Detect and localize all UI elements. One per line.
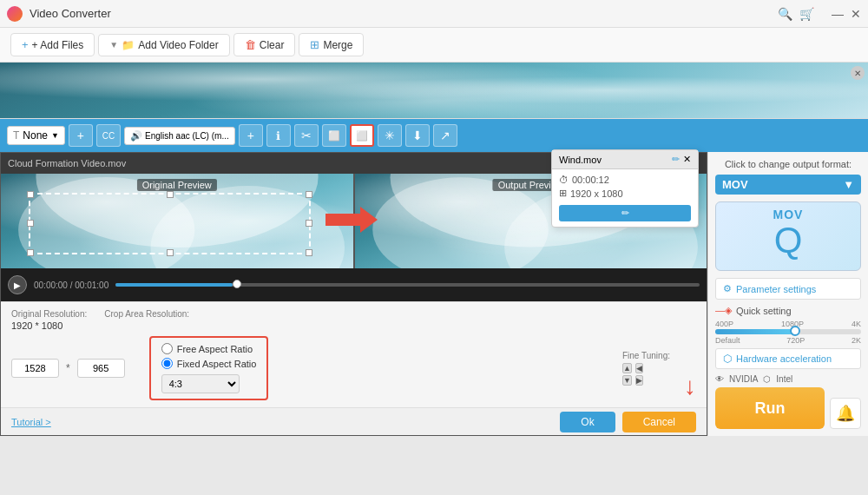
fine-arrow-vert: ▲ ▼ xyxy=(622,363,632,386)
ok-button[interactable]: Ok xyxy=(560,412,615,432)
content-area: Cloud Formation Video.mov ✕ Original Pre… xyxy=(0,152,868,436)
fine-up-btn[interactable]: ▲ xyxy=(622,363,632,373)
add-folder-button[interactable]: ▼ 📁 Add Video Folder xyxy=(98,34,229,56)
crop-input-row: * Free Aspect Ratio Fixed Aspect Ratio 4 xyxy=(11,336,696,400)
crop-height-input[interactable] xyxy=(77,359,125,378)
wind-close-icon[interactable]: ✕ xyxy=(683,154,691,165)
free-aspect-row[interactable]: Free Aspect Ratio xyxy=(161,343,257,354)
audio-add-button[interactable]: + xyxy=(239,124,263,147)
free-aspect-radio[interactable] xyxy=(161,343,173,354)
param-settings-button[interactable]: ⚙ Parameter settings xyxy=(715,278,861,300)
quality-slider[interactable] xyxy=(715,329,861,334)
tutorial-link[interactable]: Tutorial > xyxy=(11,417,51,427)
minimize-btn[interactable]: — xyxy=(832,7,844,21)
none-select[interactable]: T None ▼ xyxy=(7,126,65,145)
crop-handle-mr[interactable] xyxy=(306,220,312,227)
effects-button[interactable]: ✳ xyxy=(378,124,402,147)
merge-icon: ⊞ xyxy=(310,38,319,51)
param-settings-label: Parameter settings xyxy=(736,284,816,294)
crop-area-label: Crop Area Resolution: xyxy=(104,309,189,319)
add-files-button[interactable]: + + Add Files xyxy=(10,33,95,56)
wind-resolution: 1920 x 1080 xyxy=(570,188,623,199)
sub-toolbar: T None ▼ + CC 🔊 English aac (LC) (m... +… xyxy=(0,119,868,152)
window-controls: 🔍 🛒 — ✕ xyxy=(778,7,861,21)
fixed-aspect-row[interactable]: Fixed Aspect Ratio xyxy=(161,358,257,369)
ratio-box: Free Aspect Ratio Fixed Aspect Ratio 4:3… xyxy=(149,336,269,400)
folder-icon: 📁 xyxy=(122,39,135,51)
file-thumbnail xyxy=(7,67,68,115)
scissors-button[interactable]: ✂ xyxy=(294,124,319,147)
wind-edit-button[interactable]: ✏ xyxy=(559,205,691,221)
q2k-label: 2K xyxy=(852,336,861,345)
hw-accel-button[interactable]: ⬡ Hardware acceleration xyxy=(715,348,861,369)
watermark-button[interactable]: ⬇ xyxy=(405,124,430,147)
crop-handle-bl[interactable] xyxy=(27,249,34,256)
format-selector[interactable]: MOV ▼ xyxy=(715,175,861,195)
play-button[interactable]: ▶ xyxy=(8,275,27,294)
crop-handle-tm[interactable] xyxy=(167,191,174,198)
wind-controls: ✏ ✕ xyxy=(672,154,691,165)
wind-duration: 00:00:12 xyxy=(572,175,609,185)
q720p-label: 720P xyxy=(786,336,805,345)
quicktime-icon: Q xyxy=(774,220,803,261)
crop-handle-br[interactable] xyxy=(306,249,312,256)
crop-handle-bm[interactable] xyxy=(167,249,174,256)
q-default-label: Default xyxy=(715,336,740,345)
close-file-button[interactable]: ✕ xyxy=(851,66,865,80)
format-name: MOV xyxy=(722,178,748,191)
crop-handle-tl[interactable] xyxy=(27,191,34,198)
fine-tuning-area: Fine Tuning: ▲ ▼ ◀ ▶ xyxy=(622,351,670,386)
original-preview: Original Preview xyxy=(1,174,353,268)
fixed-aspect-radio[interactable] xyxy=(161,358,173,369)
progress-bar[interactable] xyxy=(115,283,700,287)
app-icon xyxy=(7,6,23,22)
wind-res-row: ⊞ 1920 x 1080 xyxy=(559,188,691,199)
volume-icon: 🔊 xyxy=(130,130,142,141)
fine-left-btn[interactable]: ◀ xyxy=(635,363,643,373)
dropdown-arrow: ▼ xyxy=(109,40,118,50)
wind-body: ⏱ 00:00:12 ⊞ 1920 x 1080 ✏ xyxy=(552,169,698,227)
quality-thumb[interactable] xyxy=(790,326,800,336)
clear-button[interactable]: 🗑 Clear xyxy=(233,33,296,56)
progress-thumb[interactable] xyxy=(233,280,241,288)
plus-icon: + xyxy=(22,38,29,51)
dropdown-icon: ▼ xyxy=(51,131,59,140)
intel-icon: ⬡ xyxy=(763,374,771,384)
editor-title: Cloud Formation Video.mov xyxy=(8,158,126,168)
info-button[interactable]: ℹ xyxy=(266,124,291,147)
audio-select[interactable]: 🔊 English aac (LC) (m... xyxy=(124,127,235,145)
wind-edit-icon[interactable]: ✏ xyxy=(672,154,680,165)
quality-fill xyxy=(715,329,795,334)
original-res-label: Original Resolution: xyxy=(11,309,87,319)
cart-icon[interactable]: 🛒 xyxy=(799,7,814,21)
settings-icon: ⚙ xyxy=(723,283,732,294)
merge-button[interactable]: ⊞ Merge xyxy=(299,33,364,56)
crop-handle-tr[interactable] xyxy=(306,191,312,198)
quick-setting-text: Quick setting xyxy=(736,306,792,316)
audio-label: English aac (LC) (m... xyxy=(145,131,229,141)
fixed-aspect-label: Fixed Aspect Ratio xyxy=(177,359,257,369)
hw-accel-label: Hardware acceleration xyxy=(736,353,832,364)
ratio-select[interactable]: 4:3 16:9 1:1 xyxy=(161,374,240,393)
crop-overlay[interactable] xyxy=(29,193,310,254)
crop-button[interactable]: ⬜ xyxy=(322,124,346,147)
add-text-button[interactable]: + xyxy=(69,124,93,147)
add-folder-label: Add Video Folder xyxy=(138,39,219,51)
wind-title: Wind.mov xyxy=(559,155,602,165)
title-bar: Video Converter 🔍 🛒 — ✕ xyxy=(0,0,868,28)
run-button[interactable]: Run xyxy=(715,387,825,429)
merge-label: Merge xyxy=(323,39,352,51)
crop-handle-ml[interactable] xyxy=(27,220,34,227)
cc-button[interactable]: CC xyxy=(96,124,121,147)
fine-down-btn[interactable]: ▼ xyxy=(622,375,632,386)
original-res-value: 1920 * 1080 xyxy=(11,320,87,331)
alarm-button[interactable]: 🔔 xyxy=(830,398,861,429)
fine-right-btn[interactable]: ▶ xyxy=(635,375,643,386)
free-aspect-label: Free Aspect Ratio xyxy=(177,344,253,354)
close-btn[interactable]: ✕ xyxy=(851,7,861,21)
subtitle-button[interactable]: ↗ xyxy=(433,124,457,147)
crop-width-input[interactable] xyxy=(11,359,59,378)
crop-active-button[interactable]: ⬜ xyxy=(350,124,374,147)
cancel-button[interactable]: Cancel xyxy=(622,412,696,432)
search-icon[interactable]: 🔍 xyxy=(778,7,792,21)
